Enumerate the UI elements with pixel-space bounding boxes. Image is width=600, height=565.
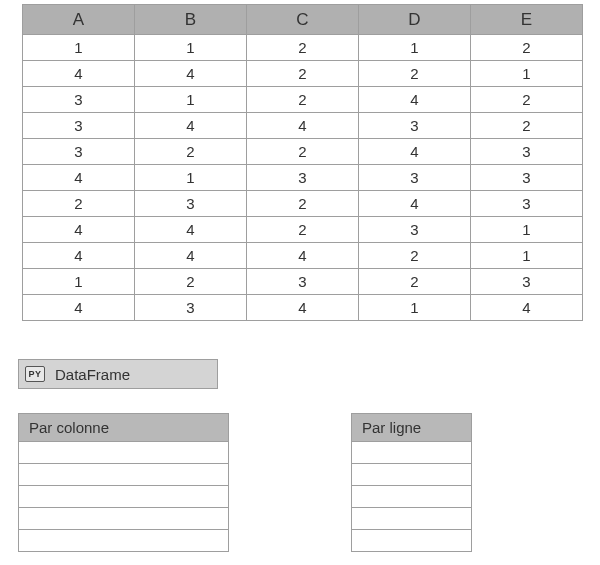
- python-icon: PY: [25, 366, 45, 382]
- table-row: 34432: [23, 113, 583, 139]
- table-row: 12323: [23, 269, 583, 295]
- cell[interactable]: 2: [23, 191, 135, 217]
- cell[interactable]: [352, 508, 472, 530]
- cell[interactable]: 3: [247, 165, 359, 191]
- cell[interactable]: 4: [135, 217, 247, 243]
- cell[interactable]: 3: [471, 191, 583, 217]
- table-row: [19, 442, 229, 464]
- cell[interactable]: [352, 442, 472, 464]
- cell[interactable]: 1: [471, 243, 583, 269]
- cell[interactable]: [19, 530, 229, 552]
- cell[interactable]: 1: [359, 295, 471, 321]
- cell[interactable]: 4: [135, 243, 247, 269]
- cell[interactable]: 4: [23, 165, 135, 191]
- cell[interactable]: 3: [135, 295, 247, 321]
- cell[interactable]: 4: [23, 61, 135, 87]
- cell[interactable]: 2: [135, 269, 247, 295]
- cell[interactable]: 1: [359, 35, 471, 61]
- per-row-table[interactable]: Par ligne: [351, 413, 472, 552]
- table-row: 44421: [23, 243, 583, 269]
- cell[interactable]: 4: [23, 217, 135, 243]
- cell[interactable]: 2: [247, 217, 359, 243]
- cell[interactable]: 1: [135, 87, 247, 113]
- cell[interactable]: 2: [247, 35, 359, 61]
- table-row: 41333: [23, 165, 583, 191]
- table-row: [19, 508, 229, 530]
- cell[interactable]: 3: [359, 165, 471, 191]
- cell[interactable]: 2: [359, 243, 471, 269]
- cell[interactable]: 2: [247, 61, 359, 87]
- cell[interactable]: 2: [359, 61, 471, 87]
- cell[interactable]: 1: [471, 217, 583, 243]
- cell[interactable]: 2: [359, 269, 471, 295]
- per-column-header: Par colonne: [19, 414, 229, 442]
- cell[interactable]: 4: [135, 61, 247, 87]
- cell[interactable]: 4: [247, 295, 359, 321]
- cell[interactable]: 4: [23, 243, 135, 269]
- cell[interactable]: [352, 530, 472, 552]
- cell[interactable]: 2: [471, 35, 583, 61]
- cell[interactable]: 3: [359, 113, 471, 139]
- per-column-table[interactable]: Par colonne: [18, 413, 229, 552]
- cell[interactable]: 3: [23, 139, 135, 165]
- cell[interactable]: 3: [135, 191, 247, 217]
- main-data-table[interactable]: ABCDE 1121244221312423443232243413332324…: [22, 4, 583, 321]
- worksheet: ABCDE 1121244221312423443232243413332324…: [0, 4, 600, 552]
- cell[interactable]: 3: [471, 165, 583, 191]
- cell[interactable]: 4: [135, 113, 247, 139]
- cell[interactable]: 1: [23, 35, 135, 61]
- cell[interactable]: [19, 464, 229, 486]
- cell[interactable]: 3: [23, 113, 135, 139]
- table-row: 44231: [23, 217, 583, 243]
- table-row: [352, 530, 472, 552]
- column-header[interactable]: E: [471, 5, 583, 35]
- table-row: [352, 486, 472, 508]
- cell[interactable]: 3: [471, 269, 583, 295]
- cell[interactable]: [19, 486, 229, 508]
- cell[interactable]: 4: [247, 113, 359, 139]
- table-row: [352, 464, 472, 486]
- column-header[interactable]: D: [359, 5, 471, 35]
- cell[interactable]: 2: [247, 191, 359, 217]
- cell[interactable]: 1: [471, 61, 583, 87]
- cell[interactable]: 4: [471, 295, 583, 321]
- column-header[interactable]: C: [247, 5, 359, 35]
- cell[interactable]: 2: [471, 113, 583, 139]
- table-row: 32243: [23, 139, 583, 165]
- column-header[interactable]: B: [135, 5, 247, 35]
- cell[interactable]: 3: [471, 139, 583, 165]
- cell[interactable]: 1: [135, 35, 247, 61]
- table-row: [19, 464, 229, 486]
- cell[interactable]: 2: [135, 139, 247, 165]
- table-row: 44221: [23, 61, 583, 87]
- table-row: 11212: [23, 35, 583, 61]
- cell[interactable]: 3: [23, 87, 135, 113]
- table-row: [352, 442, 472, 464]
- cell[interactable]: 1: [23, 269, 135, 295]
- dataframe-label: DataFrame: [55, 366, 130, 383]
- cell[interactable]: 2: [247, 87, 359, 113]
- cell[interactable]: [352, 464, 472, 486]
- table-row: [19, 530, 229, 552]
- cell[interactable]: [19, 442, 229, 464]
- cell[interactable]: [352, 486, 472, 508]
- per-row-header: Par ligne: [352, 414, 472, 442]
- cell[interactable]: 3: [359, 217, 471, 243]
- cell[interactable]: 2: [471, 87, 583, 113]
- cell[interactable]: 4: [359, 87, 471, 113]
- table-header-row: ABCDE: [23, 5, 583, 35]
- cell[interactable]: [19, 508, 229, 530]
- column-header[interactable]: A: [23, 5, 135, 35]
- cell[interactable]: 4: [359, 139, 471, 165]
- dataframe-cell[interactable]: PY DataFrame: [18, 359, 218, 389]
- cell[interactable]: 4: [23, 295, 135, 321]
- table-row: 43414: [23, 295, 583, 321]
- cell[interactable]: 4: [359, 191, 471, 217]
- cell[interactable]: 3: [247, 269, 359, 295]
- table-row: 23243: [23, 191, 583, 217]
- cell[interactable]: 4: [247, 243, 359, 269]
- cell[interactable]: 2: [247, 139, 359, 165]
- table-row: [352, 508, 472, 530]
- table-row: 31242: [23, 87, 583, 113]
- cell[interactable]: 1: [135, 165, 247, 191]
